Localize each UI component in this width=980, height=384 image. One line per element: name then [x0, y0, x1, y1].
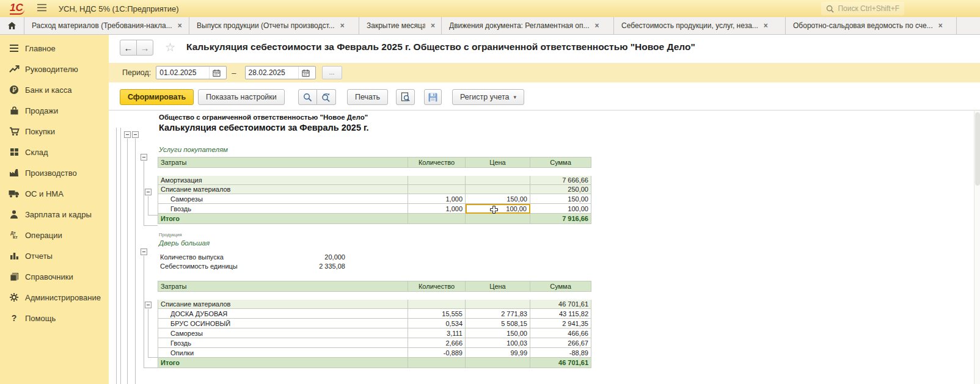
global-search-input[interactable]: Поиск Ctrl+Shift+F [821, 2, 904, 15]
cell-qty[interactable] [408, 176, 466, 185]
cell-sum[interactable]: 46 701,61 [530, 358, 591, 368]
cell-qty[interactable]: 1,000 [408, 194, 466, 204]
cell-sum[interactable]: 250,00 [530, 185, 591, 194]
cell-label[interactable]: Списание материалов [158, 185, 408, 194]
tab-2[interactable]: Закрытие месяца× [359, 17, 442, 34]
cell-sum[interactable]: -88,89 [530, 348, 591, 358]
cell-price[interactable]: 2 771,83 [466, 309, 530, 319]
cell-qty[interactable]: 2,666 [408, 338, 466, 348]
cell-qty[interactable]: -0,889 [408, 348, 466, 358]
tab-4[interactable]: Себестоимость продукции, услуг, неза...× [614, 17, 786, 34]
cell-label[interactable]: Саморезы [158, 194, 408, 204]
cell-sum[interactable]: 46 701,61 [530, 300, 591, 309]
selected-cell[interactable]: 100,00 [466, 204, 530, 214]
print-button[interactable]: Печать [347, 89, 388, 105]
cell-label[interactable]: Саморезы [158, 328, 408, 338]
period-more-button[interactable]: ... [322, 66, 342, 79]
group-collapse-button[interactable] [145, 302, 152, 308]
sidebar-item-3[interactable]: Продажи [0, 100, 109, 121]
cell-qty[interactable]: 3,111 [408, 328, 466, 338]
cell-sum[interactable]: 100,00 [530, 204, 591, 214]
print-preview-button[interactable] [396, 89, 415, 105]
cell-price[interactable] [466, 185, 530, 194]
period-to-field[interactable] [245, 66, 316, 79]
cell-sum[interactable]: 150,00 [530, 194, 591, 204]
sidebar-item-7[interactable]: ОС и НМА [0, 183, 109, 204]
show-settings-button[interactable]: Показать настройки [198, 89, 285, 105]
cell-label[interactable]: Списание материалов [158, 300, 408, 309]
group-collapse-button[interactable] [141, 154, 147, 161]
cell-price[interactable] [466, 300, 530, 309]
close-icon[interactable]: × [595, 21, 599, 30]
cell-label[interactable]: Амортизация [158, 176, 408, 185]
cell-label[interactable]: Гвоздь [158, 204, 408, 214]
home-tab[interactable] [0, 17, 24, 34]
cell-price[interactable]: 150,00 [466, 328, 530, 338]
sidebar-item-5[interactable]: Склад [0, 142, 109, 162]
sidebar-item-8[interactable]: Зарплата и кадры [0, 204, 109, 225]
sidebar-item-12[interactable]: Администрирование [0, 287, 109, 308]
back-button[interactable]: ← [120, 40, 137, 56]
cell-sum[interactable]: 7 666,66 [530, 176, 591, 185]
cell-qty[interactable]: 1,000 [408, 204, 466, 214]
sidebar-item-9[interactable]: Дт КтОперации [0, 225, 109, 245]
cell-qty[interactable] [408, 300, 466, 309]
cell-qty[interactable] [408, 214, 466, 224]
cell-sum[interactable]: 43 115,82 [530, 309, 591, 319]
sidebar-item-2[interactable]: Банк и касса [0, 79, 109, 100]
sidebar-item-6[interactable]: Производство [0, 162, 109, 183]
cell-qty[interactable]: 15,555 [408, 309, 466, 319]
generate-button[interactable]: Сформировать [120, 89, 194, 105]
period-from-input[interactable] [156, 68, 209, 77]
close-icon[interactable]: × [178, 21, 182, 30]
cell-label[interactable]: БРУС ОСИНОВЫЙ [158, 319, 408, 328]
cell-label[interactable]: Гвоздь [158, 338, 408, 348]
tab-5[interactable]: Оборотно-сальдовая ведомость по сче...× [786, 17, 957, 34]
tab-3[interactable]: Движения документа: Регламентная оп...× [442, 17, 614, 34]
sidebar-item-11[interactable]: Справочники [0, 266, 109, 287]
cell-qty[interactable]: 0,534 [408, 319, 466, 328]
sidebar-item-1[interactable]: Руководителю [0, 59, 109, 79]
save-button[interactable] [424, 89, 442, 105]
scrollbar-thumb[interactable] [975, 112, 980, 186]
group-collapse-button[interactable] [145, 189, 152, 195]
accounting-register-button[interactable]: Регистр учета ▾ [452, 89, 524, 105]
main-menu-icon[interactable] [37, 3, 48, 14]
sidebar-item-0[interactable]: Главное [0, 38, 109, 59]
cell-label[interactable]: ДОСКА ДУБОВАЯ [158, 309, 408, 319]
tab-0[interactable]: Расход материалов (Требования-накла...× [24, 17, 189, 34]
group-collapse-button[interactable] [124, 131, 131, 138]
vertical-scrollbar[interactable] [974, 111, 980, 384]
sidebar-item-10[interactable]: Отчеты [0, 245, 109, 266]
cell-label[interactable]: Итого [158, 358, 408, 368]
cell-sum[interactable]: 466,66 [530, 328, 591, 338]
cell-price[interactable] [466, 358, 530, 368]
cell-sum[interactable]: 266,67 [530, 338, 591, 348]
period-to-input[interactable] [246, 68, 298, 77]
cell-price[interactable] [466, 176, 530, 185]
favorite-star-icon[interactable]: ☆ [165, 40, 175, 54]
cell-price[interactable]: 150,00 [466, 194, 530, 204]
cell-sum[interactable]: 7 916,66 [530, 214, 591, 224]
find-next-button[interactable] [317, 89, 336, 105]
period-from-field[interactable] [156, 66, 227, 79]
close-icon[interactable]: × [938, 21, 943, 30]
close-icon[interactable]: × [431, 21, 435, 30]
calendar-icon[interactable] [209, 67, 224, 79]
group-collapse-button[interactable] [141, 248, 147, 255]
forward-button[interactable]: → [136, 40, 153, 56]
cell-price[interactable] [466, 214, 530, 224]
sidebar-item-4[interactable]: Покупки [0, 121, 109, 142]
cell-label[interactable]: Опилки [158, 348, 408, 358]
cell-price[interactable]: 100,03 [466, 338, 530, 348]
close-icon[interactable]: × [764, 21, 768, 30]
sidebar-item-13[interactable]: ?Помощь [0, 308, 109, 328]
cell-sum[interactable]: 2 941,35 [530, 319, 591, 328]
cell-label[interactable]: Итого [158, 214, 408, 224]
group-collapse-button[interactable] [132, 131, 139, 138]
cell-price[interactable]: 99,99 [466, 348, 530, 358]
cell-qty[interactable] [408, 185, 466, 194]
calendar-icon[interactable] [298, 67, 313, 79]
close-icon[interactable]: × [340, 21, 345, 30]
tab-1[interactable]: Выпуск продукции (Отчеты производст...× [189, 17, 359, 34]
